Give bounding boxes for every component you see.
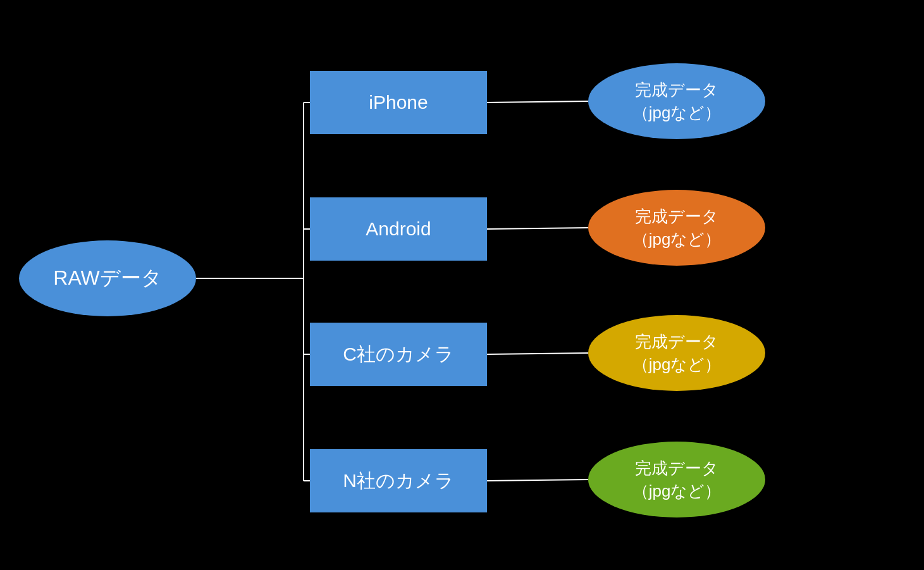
- output-ellipse-4: 完成データ（jpgなど）: [588, 442, 765, 517]
- output-label-1: 完成データ（jpgなど）: [632, 78, 722, 125]
- output-label-3: 完成データ（jpgなど）: [632, 330, 722, 376]
- device-box-iphone: iPhone: [310, 71, 487, 134]
- device-box-c-camera: C社のカメラ: [310, 323, 487, 386]
- device-label-android: Android: [366, 218, 431, 240]
- svg-line-9: [487, 480, 588, 481]
- device-box-n-camera: N社のカメラ: [310, 449, 487, 512]
- device-box-android: Android: [310, 197, 487, 261]
- device-label-n-camera: N社のカメラ: [343, 468, 454, 494]
- output-label-2: 完成データ（jpgなど）: [632, 205, 722, 251]
- svg-line-6: [487, 101, 588, 102]
- svg-line-8: [487, 353, 588, 354]
- svg-line-7: [487, 228, 588, 229]
- output-ellipse-2: 完成データ（jpgなど）: [588, 190, 765, 266]
- output-label-4: 完成データ（jpgなど）: [632, 457, 722, 503]
- raw-data-label: RAWデータ: [53, 264, 161, 292]
- device-label-c-camera: C社のカメラ: [343, 342, 454, 368]
- output-ellipse-3: 完成データ（jpgなど）: [588, 315, 765, 391]
- device-label-iphone: iPhone: [369, 92, 428, 113]
- diagram: RAWデータ iPhone Android C社のカメラ N社のカメラ 完成デー…: [0, 0, 924, 570]
- raw-data-ellipse: RAWデータ: [19, 240, 196, 316]
- output-ellipse-1: 完成データ（jpgなど）: [588, 63, 765, 139]
